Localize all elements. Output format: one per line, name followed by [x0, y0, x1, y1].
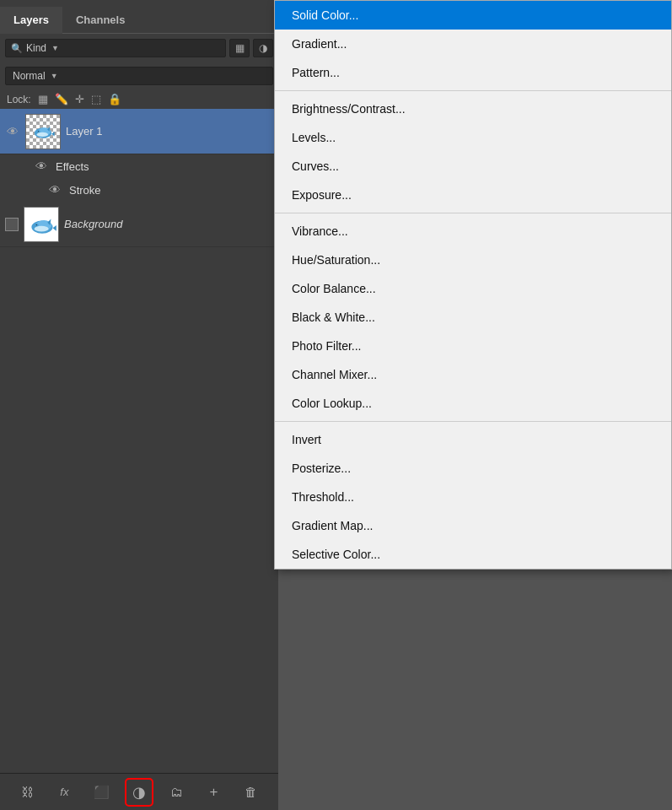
new-layer-icon: + [210, 784, 218, 801]
menu-item-curves[interactable]: Curves... [275, 152, 671, 181]
kind-filter[interactable]: 🔍 Kind ▼ [5, 39, 226, 57]
menu-item-hue-saturation[interactable]: Hue/Saturation... [275, 246, 671, 274]
menu-item-brightness-contrast[interactable]: Brightness/Contrast... [275, 94, 671, 123]
effects-item[interactable]: 👁 Effects [0, 154, 278, 178]
svg-point-14 [35, 225, 49, 231]
visibility-icon-effects[interactable]: 👁 [34, 159, 49, 173]
add-mask-button[interactable]: ⬛ [90, 780, 114, 804]
layer-thumbnail-layer1 [25, 114, 61, 149]
layer-item-layer1[interactable]: 👁 [0, 109, 278, 154]
menu-divider-3 [275, 421, 671, 422]
blend-mode-select[interactable]: Normal ▼ [5, 67, 273, 85]
chevron-down-icon: ▼ [51, 44, 59, 52]
lock-transparent-icon[interactable]: ▦ [38, 93, 48, 105]
menu-item-threshold[interactable]: Threshold... [275, 483, 671, 511]
menu-item-posterize[interactable]: Posterize... [275, 454, 671, 483]
menu-item-levels[interactable]: Levels... [275, 123, 671, 152]
layers-panel: Layers Channels 🔍 Kind ▼ ▦ ◑ Normal ▼ Lo… [0, 0, 278, 810]
visibility-icon-stroke[interactable]: 👁 [47, 183, 62, 197]
menu-item-photo-filter[interactable]: Photo Filter... [275, 332, 671, 360]
menu-item-solid-color[interactable]: Solid Color... [275, 1, 671, 30]
svg-point-11 [36, 224, 37, 224]
lock-checkbox-background [5, 218, 19, 231]
filter-icon-pixel[interactable]: ▦ [229, 39, 250, 57]
lock-artboard-icon[interactable]: ⬚ [91, 93, 101, 105]
menu-item-color-lookup[interactable]: Color Lookup... [275, 389, 671, 418]
fx-icon: fx [60, 786, 68, 798]
panel-tabs: Layers Channels [0, 0, 278, 34]
menu-divider-2 [275, 213, 671, 213]
menu-item-invert[interactable]: Invert [275, 425, 671, 454]
menu-item-channel-mixer[interactable]: Channel Mixer... [275, 360, 671, 389]
svg-point-3 [38, 131, 39, 132]
fx-button[interactable]: fx [52, 780, 76, 804]
menu-item-exposure[interactable]: Exposure... [275, 181, 671, 209]
lock-row: Lock: ▦ ✏️ ✛ ⬚ 🔒 [0, 89, 278, 109]
layer-thumbnail-background [24, 207, 59, 242]
tab-layers[interactable]: Layers [0, 7, 62, 33]
stroke-label: Stroke [69, 184, 101, 197]
add-adjustment-button[interactable]: ◑ [127, 780, 151, 804]
delete-layer-button[interactable]: 🗑 [239, 780, 263, 804]
layer-name-layer1: Layer 1 [66, 125, 102, 138]
link-layers-button[interactable]: ⛓ [15, 780, 39, 804]
delete-icon: 🗑 [245, 785, 257, 799]
menu-divider-1 [275, 90, 671, 91]
adjustment-dropdown-menu: Solid Color... Gradient... Pattern... Br… [274, 0, 672, 570]
blend-mode-row: Normal ▼ [0, 62, 278, 89]
filter-row: 🔍 Kind ▼ ▦ ◑ [0, 34, 278, 62]
menu-item-black-white[interactable]: Black & White... [275, 303, 671, 332]
layers-list: 👁 [0, 109, 278, 773]
layer-item-background[interactable]: Background [0, 202, 278, 247]
adjustment-icon: ◑ [132, 783, 146, 802]
layer-name-background: Background [64, 218, 122, 230]
svg-marker-5 [51, 132, 54, 136]
add-group-button[interactable]: 🗂 [164, 780, 188, 804]
visibility-icon-layer1[interactable]: 👁 [5, 125, 20, 138]
lock-all-icon[interactable]: 🔒 [108, 93, 121, 105]
menu-item-selective-color[interactable]: Selective Color... [275, 540, 671, 569]
svg-point-6 [37, 132, 49, 136]
stroke-item[interactable]: 👁 Stroke [0, 178, 278, 202]
menu-item-gradient-map[interactable]: Gradient Map... [275, 511, 671, 540]
lock-paint-icon[interactable]: ✏️ [55, 93, 68, 105]
filter-icon-adj[interactable]: ◑ [253, 39, 273, 57]
tab-channels[interactable]: Channels [62, 7, 139, 33]
menu-item-vibrance[interactable]: Vibrance... [275, 217, 671, 246]
menu-item-gradient[interactable]: Gradient... [275, 30, 671, 58]
chevron-down-icon: ▼ [51, 72, 58, 80]
menu-item-color-balance[interactable]: Color Balance... [275, 274, 671, 303]
menu-item-pattern[interactable]: Pattern... [275, 58, 671, 87]
search-icon: 🔍 [11, 43, 23, 54]
effects-label: Effects [56, 160, 89, 173]
lock-move-icon[interactable]: ✛ [75, 93, 84, 105]
folder-icon: 🗂 [170, 785, 183, 799]
mask-icon: ⬛ [94, 785, 110, 800]
new-layer-button[interactable]: + [202, 780, 226, 804]
layers-toolbar: ⛓ fx ⬛ ◑ 🗂 + 🗑 [0, 773, 278, 810]
link-icon: ⛓ [21, 785, 34, 799]
